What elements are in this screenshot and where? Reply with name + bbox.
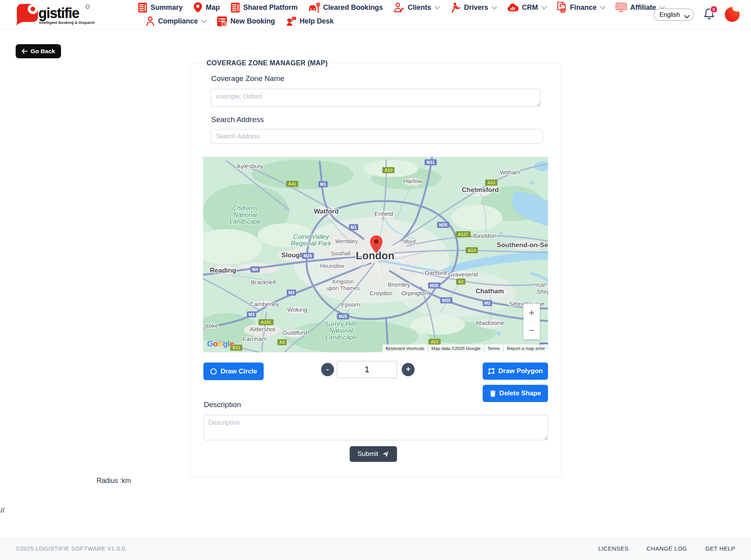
road-badge-label: A12 xyxy=(487,180,495,185)
footer-link-licenses[interactable]: LICENSES xyxy=(598,545,628,552)
header-right-controls: English 0 xyxy=(654,0,740,29)
send-icon xyxy=(382,451,389,458)
road-badge-label: A331 xyxy=(261,320,271,325)
map-place-label: Surrey HillsNationalLandscape xyxy=(325,320,358,341)
map-place-label: Watford xyxy=(314,208,339,215)
map-place-label: Ilford xyxy=(403,239,415,245)
draw-circle-button[interactable]: Draw Circle xyxy=(203,363,264,380)
google-logo[interactable]: Google xyxy=(207,339,234,348)
nav-item-finance[interactable]: $Finance xyxy=(557,2,605,13)
drivers-icon xyxy=(450,2,461,13)
map-place-label: Enfield xyxy=(374,210,393,217)
road-badge-label: M4 xyxy=(252,267,258,272)
svg-text:$: $ xyxy=(559,3,562,8)
chevron-down-icon xyxy=(492,4,497,9)
map-place-label: Croydon xyxy=(370,290,393,296)
map-place-label: Bromley xyxy=(388,281,410,288)
description-input[interactable] xyxy=(203,415,548,440)
nav-item-crm[interactable]: CRM xyxy=(507,3,546,12)
google-logo-letter: o xyxy=(218,339,223,348)
logistifie-logo[interactable]: gistifie Intelligent Booking & Dispatch … xyxy=(15,3,95,28)
road-badge-label: M25 xyxy=(339,314,347,319)
svg-text:gistifie: gistifie xyxy=(38,5,79,21)
delete-shape-button[interactable]: Delete Shape xyxy=(483,385,548,402)
nav-item-label: Cleared Bookings xyxy=(323,4,383,12)
nav-item-shared-platform[interactable]: Shared Platform xyxy=(230,2,298,13)
map-attribution-map-data-2025-google: Map data ©2025 Google xyxy=(428,345,483,352)
compliance-icon xyxy=(146,16,155,26)
map-place-label: Southend-on-Sea xyxy=(497,241,548,249)
nav-item-label: Compliance xyxy=(158,17,198,25)
footer-link-get-help[interactable]: GET HELP xyxy=(705,545,735,552)
draw-polygon-button[interactable]: Draw Polygon xyxy=(483,363,548,380)
nav-item-label: New Booking xyxy=(230,17,275,25)
map-zoom-out-button[interactable]: − xyxy=(523,322,540,340)
svg-text:Intelligent Booking & Dispatch: Intelligent Booking & Dispatch Software xyxy=(39,21,95,25)
map-zoom-control: + − xyxy=(523,303,540,339)
google-logo-letter: G xyxy=(207,339,213,348)
map-place-label: Dartford xyxy=(425,269,447,276)
map-place-label: Slough xyxy=(281,251,304,259)
clients-icon xyxy=(393,2,404,13)
map-zoom-in-button[interactable]: + xyxy=(523,303,540,321)
nav-item-clients[interactable]: Clients xyxy=(393,2,439,13)
coverage-zone-name-input[interactable] xyxy=(211,89,541,107)
road-badge-label: M20 xyxy=(442,298,450,303)
go-back-label: Go Back xyxy=(31,48,55,55)
nav-item-summary[interactable]: Summary xyxy=(138,2,183,13)
search-address-input[interactable] xyxy=(211,129,543,144)
crm-icon xyxy=(507,3,519,12)
nav-item-label: Clients xyxy=(408,4,431,12)
nav-item-new-booking[interactable]: New Booking xyxy=(217,16,275,27)
delete-shape-label: Delete Shape xyxy=(499,389,541,397)
road-badge-label: A127 xyxy=(458,232,468,237)
notifications-button[interactable]: 0 xyxy=(703,7,715,22)
nav-item-map[interactable]: Map xyxy=(193,2,220,13)
nav-item-label: Map xyxy=(206,4,220,12)
map-place-label: Epsom xyxy=(341,301,360,308)
map-place-label: Aldershot xyxy=(250,326,275,332)
road-badge-label: M11 xyxy=(427,160,435,165)
nav-item-drivers[interactable]: Drivers xyxy=(450,2,496,13)
coverage-zone-panel: COVERAGE ZONE MANAGER (MAP) Coverage Zon… xyxy=(190,63,561,477)
map-place-label: Guildford xyxy=(283,329,307,336)
map-place-label: Hounslow xyxy=(320,263,344,269)
panel-title: COVERAGE ZONE MANAGER (MAP) xyxy=(203,59,332,67)
radius-decrement-button[interactable]: - xyxy=(321,363,334,376)
map-place-label: Isle ofSheppey xyxy=(536,282,548,295)
map-place-label: Camberley xyxy=(250,301,279,307)
google-map[interactable]: AylesburyWithamHarlowChelmsfordWatfordEn… xyxy=(203,157,548,352)
radius-unit-text: Radius :km xyxy=(97,477,131,485)
radius-value-input[interactable] xyxy=(337,361,397,378)
map-pin-icon xyxy=(193,2,203,13)
new-booking-icon xyxy=(217,16,227,27)
road-badge-label: M25 xyxy=(430,283,438,288)
map-place-label: Witham xyxy=(500,169,521,176)
avatar-logo-icon xyxy=(724,7,740,22)
top-header: gistifie Intelligent Booking & Dispatch … xyxy=(0,0,751,29)
road-badge-label: M1 xyxy=(350,225,356,230)
language-select[interactable]: English xyxy=(654,9,694,21)
stray-slashes-text: // xyxy=(0,506,5,515)
footer-links: LICENSESCHANGE LOGGET HELP xyxy=(598,545,735,552)
go-back-button[interactable]: Go Back xyxy=(16,44,61,58)
avatar[interactable] xyxy=(724,7,740,22)
submit-button[interactable]: Submit xyxy=(350,446,397,462)
map-place-label: Gravesend xyxy=(448,271,478,278)
nav-item-label: Shared Platform xyxy=(243,4,298,12)
road-badge-label: M25 xyxy=(439,223,447,227)
footer-link-change-log[interactable]: CHANGE LOG xyxy=(647,545,687,552)
nav-item-compliance[interactable]: Compliance xyxy=(146,16,206,26)
coverage-zone-name-label: Coverage Zone Name xyxy=(211,74,284,83)
radius-increment-button[interactable]: + xyxy=(402,363,415,376)
map-attribution-keyboard-shortcuts[interactable]: Keyboard shortcuts xyxy=(383,345,428,352)
chevron-down-icon xyxy=(435,4,440,9)
nav-item-help-desk[interactable]: Help Desk xyxy=(286,16,334,26)
nav-item-cleared-bookings[interactable]: Cleared Bookings xyxy=(308,2,383,13)
map-attribution-report-a-map-error[interactable]: Report a map error xyxy=(504,345,548,352)
map-attribution-terms[interactable]: Terms xyxy=(485,345,503,352)
finance-icon: $ xyxy=(557,2,567,13)
affiliate-icon xyxy=(615,2,627,13)
google-logo-letter: o xyxy=(213,339,218,348)
draw-polygon-label: Draw Polygon xyxy=(498,367,543,375)
